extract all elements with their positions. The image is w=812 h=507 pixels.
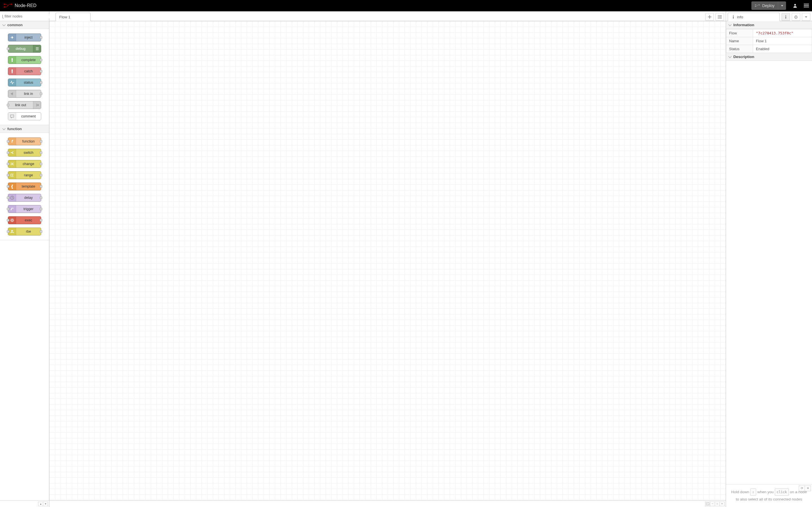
node-port-right <box>40 140 42 143</box>
node-label: exec <box>16 218 41 222</box>
menu-button[interactable] <box>801 0 812 11</box>
palette-node-link-out[interactable]: link out <box>8 101 41 109</box>
palette-node-trigger[interactable]: trigger <box>8 205 41 213</box>
svg-rect-9 <box>804 7 809 7</box>
palette-node-delay[interactable]: delay <box>8 194 41 202</box>
node-label: comment <box>16 114 41 118</box>
palette-node-rbe[interactable]: rbe <box>8 228 41 235</box>
svg-rect-4 <box>755 6 756 7</box>
node-port-right <box>40 230 42 233</box>
palette-node-link-in[interactable]: link in <box>8 90 41 98</box>
node-label: function <box>16 139 41 144</box>
node-port-right <box>40 196 42 199</box>
plus-icon <box>708 15 711 18</box>
palette-node-switch[interactable]: switch <box>8 149 41 157</box>
zoom-in-button[interactable]: + <box>719 502 725 506</box>
nodered-logo-icon <box>3 3 12 8</box>
zoom-reset-button[interactable]: ○ <box>715 502 720 506</box>
palette-search[interactable] <box>0 11 49 21</box>
range-icon <box>8 172 16 179</box>
tabs-list-button[interactable] <box>716 13 724 21</box>
caret-down-icon <box>781 5 783 6</box>
tip-refresh[interactable]: ⟳ <box>799 486 805 491</box>
svg-rect-13 <box>719 17 722 17</box>
section-information[interactable]: Information <box>726 21 812 29</box>
list-icon <box>718 15 722 18</box>
svg-rect-7 <box>804 4 809 4</box>
flow-canvas[interactable] <box>49 21 726 500</box>
section-description[interactable]: Description <box>726 53 812 61</box>
info-icon <box>732 15 735 19</box>
navigator-button[interactable] <box>705 502 710 506</box>
palette-node-complete[interactable]: complete <box>8 56 41 64</box>
palette-filter-input[interactable] <box>4 14 52 18</box>
tab-flow-1[interactable]: Flow 1 <box>56 13 91 21</box>
user-icon <box>793 3 798 8</box>
palette-category-function[interactable]: function <box>0 125 49 133</box>
svg-rect-2 <box>10 4 12 5</box>
info-icon <box>784 15 787 19</box>
workspace-footer: − ○ + <box>49 500 726 507</box>
palette-node-debug[interactable]: debug <box>8 45 41 53</box>
node-label: switch <box>16 151 41 155</box>
app-logo: Node-RED <box>0 3 40 8</box>
zoom-out-button[interactable]: − <box>710 502 715 506</box>
deploy-dropdown[interactable] <box>778 1 786 10</box>
svg-rect-15 <box>719 18 722 18</box>
sidebar-btn-more[interactable] <box>802 13 810 21</box>
svg-rect-5 <box>759 4 760 5</box>
palette-body[interactable]: commoninjectdebugcompletecatchstatuslink… <box>0 21 49 500</box>
palette-node-exec[interactable]: exec <box>8 216 41 224</box>
palette-node-function[interactable]: function <box>8 137 41 145</box>
user-button[interactable] <box>790 0 801 11</box>
brace-icon <box>8 183 16 190</box>
palette-expand-all[interactable]: ▾ <box>43 502 48 506</box>
info-table: Flow"7c278413.753f0c" NameFlow 1 StatusE… <box>726 29 812 53</box>
node-port-right <box>40 70 42 73</box>
table-row: Flow"7c278413.753f0c" <box>726 29 812 37</box>
sidebar-tab-info[interactable]: info <box>728 13 780 21</box>
palette-node-status[interactable]: status <box>8 78 41 87</box>
tip-close[interactable]: ✕ <box>805 486 811 491</box>
palette-category-common[interactable]: common <box>0 21 49 29</box>
flow-id: "7c278413.753f0c" <box>756 31 794 35</box>
node-label: template <box>16 184 41 188</box>
deploy-label: Deploy <box>762 3 774 8</box>
node-port-right <box>40 81 42 84</box>
app-header: Node-RED Deploy <box>0 0 812 11</box>
palette-node-template[interactable]: template <box>8 182 41 190</box>
search-icon <box>2 15 3 18</box>
svg-rect-8 <box>804 5 809 6</box>
palette-node-range[interactable]: range <box>8 171 41 179</box>
palette-node-change[interactable]: change <box>8 160 41 168</box>
exclaim-icon <box>8 68 16 75</box>
sidebar-btn-info[interactable] <box>781 13 790 21</box>
node-port-left <box>7 48 9 50</box>
switch-icon <box>8 149 16 156</box>
svg-rect-19 <box>785 16 786 18</box>
node-port-right <box>40 59 42 61</box>
palette-node-catch[interactable]: catch <box>8 67 41 75</box>
chevron-down-icon <box>2 23 5 26</box>
shuffle-icon <box>8 160 16 168</box>
svg-point-10 <box>718 15 719 16</box>
sidebar-btn-debug[interactable] <box>792 13 800 21</box>
node-port-left <box>7 104 9 107</box>
node-label: status <box>16 80 41 84</box>
node-port-left <box>7 163 9 165</box>
deploy-button[interactable]: Deploy <box>751 1 786 10</box>
caret-down-icon <box>805 16 807 18</box>
svg-rect-1 <box>4 6 5 8</box>
svg-point-12 <box>718 17 719 17</box>
palette-node-inject[interactable]: inject <box>8 34 41 41</box>
bars-icon <box>33 45 41 52</box>
add-tab-button[interactable] <box>705 13 714 21</box>
node-label: link out <box>8 103 33 107</box>
palette-collapse-all[interactable]: ▴ <box>38 502 43 506</box>
node-label: delay <box>16 196 41 200</box>
chevron-down-icon <box>728 23 731 26</box>
link-in-icon <box>8 90 16 98</box>
palette-node-comment[interactable]: comment <box>8 112 41 120</box>
node-port-right <box>40 185 42 188</box>
svg-point-16 <box>733 15 734 16</box>
